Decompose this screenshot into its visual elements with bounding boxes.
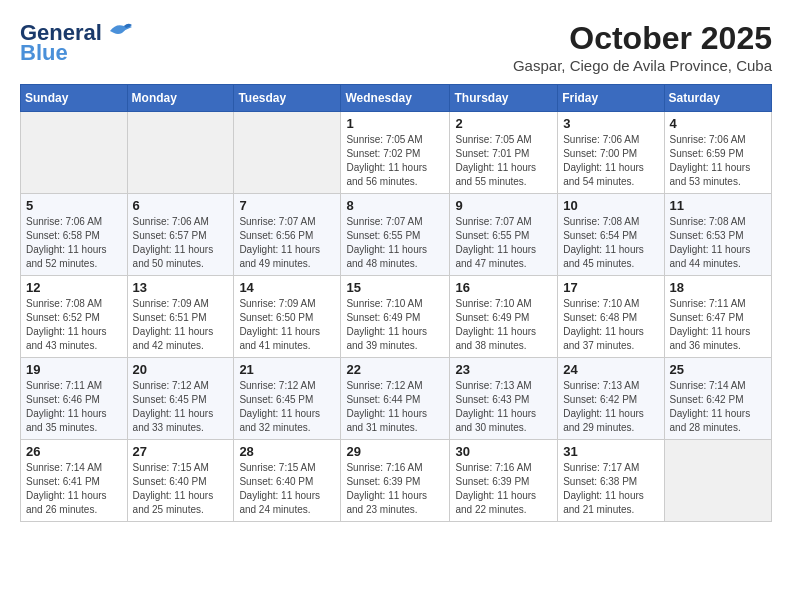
calendar-table: Sunday Monday Tuesday Wednesday Thursday… [20,84,772,522]
col-thursday: Thursday [450,85,558,112]
col-saturday: Saturday [664,85,771,112]
calendar-cell: 9Sunrise: 7:07 AMSunset: 6:55 PMDaylight… [450,194,558,276]
day-number: 17 [563,280,658,295]
calendar-cell: 31Sunrise: 7:17 AMSunset: 6:38 PMDayligh… [558,440,664,522]
day-number: 9 [455,198,552,213]
day-number: 28 [239,444,335,459]
day-number: 26 [26,444,122,459]
day-detail: Sunrise: 7:12 AMSunset: 6:45 PMDaylight:… [239,379,335,435]
day-number: 4 [670,116,766,131]
calendar-cell: 5Sunrise: 7:06 AMSunset: 6:58 PMDaylight… [21,194,128,276]
day-number: 19 [26,362,122,377]
day-number: 5 [26,198,122,213]
day-number: 22 [346,362,444,377]
day-detail: Sunrise: 7:13 AMSunset: 6:42 PMDaylight:… [563,379,658,435]
day-number: 13 [133,280,229,295]
calendar-cell: 1Sunrise: 7:05 AMSunset: 7:02 PMDaylight… [341,112,450,194]
calendar-cell: 13Sunrise: 7:09 AMSunset: 6:51 PMDayligh… [127,276,234,358]
location-title: Gaspar, Ciego de Avila Province, Cuba [513,57,772,74]
calendar-week-row: 26Sunrise: 7:14 AMSunset: 6:41 PMDayligh… [21,440,772,522]
day-detail: Sunrise: 7:15 AMSunset: 6:40 PMDaylight:… [239,461,335,517]
day-number: 14 [239,280,335,295]
calendar-cell: 4Sunrise: 7:06 AMSunset: 6:59 PMDaylight… [664,112,771,194]
day-detail: Sunrise: 7:06 AMSunset: 7:00 PMDaylight:… [563,133,658,189]
logo: General Blue [20,20,134,66]
day-number: 12 [26,280,122,295]
day-detail: Sunrise: 7:06 AMSunset: 6:58 PMDaylight:… [26,215,122,271]
day-number: 6 [133,198,229,213]
calendar-header: Sunday Monday Tuesday Wednesday Thursday… [21,85,772,112]
calendar-cell: 26Sunrise: 7:14 AMSunset: 6:41 PMDayligh… [21,440,128,522]
calendar-week-row: 19Sunrise: 7:11 AMSunset: 6:46 PMDayligh… [21,358,772,440]
calendar-cell [21,112,128,194]
calendar-cell: 23Sunrise: 7:13 AMSunset: 6:43 PMDayligh… [450,358,558,440]
day-detail: Sunrise: 7:06 AMSunset: 6:57 PMDaylight:… [133,215,229,271]
calendar-cell: 17Sunrise: 7:10 AMSunset: 6:48 PMDayligh… [558,276,664,358]
day-detail: Sunrise: 7:11 AMSunset: 6:46 PMDaylight:… [26,379,122,435]
day-number: 15 [346,280,444,295]
day-detail: Sunrise: 7:10 AMSunset: 6:49 PMDaylight:… [455,297,552,353]
calendar-cell: 6Sunrise: 7:06 AMSunset: 6:57 PMDaylight… [127,194,234,276]
day-detail: Sunrise: 7:16 AMSunset: 6:39 PMDaylight:… [346,461,444,517]
page-header: General Blue October 2025 Gaspar, Ciego … [20,20,772,74]
calendar-cell: 16Sunrise: 7:10 AMSunset: 6:49 PMDayligh… [450,276,558,358]
calendar-cell: 11Sunrise: 7:08 AMSunset: 6:53 PMDayligh… [664,194,771,276]
logo-blue: Blue [20,40,68,66]
day-detail: Sunrise: 7:13 AMSunset: 6:43 PMDaylight:… [455,379,552,435]
calendar-cell: 27Sunrise: 7:15 AMSunset: 6:40 PMDayligh… [127,440,234,522]
day-detail: Sunrise: 7:08 AMSunset: 6:54 PMDaylight:… [563,215,658,271]
col-monday: Monday [127,85,234,112]
day-number: 16 [455,280,552,295]
day-number: 8 [346,198,444,213]
day-number: 24 [563,362,658,377]
day-detail: Sunrise: 7:07 AMSunset: 6:55 PMDaylight:… [346,215,444,271]
day-number: 20 [133,362,229,377]
calendar-cell: 10Sunrise: 7:08 AMSunset: 6:54 PMDayligh… [558,194,664,276]
calendar-week-row: 1Sunrise: 7:05 AMSunset: 7:02 PMDaylight… [21,112,772,194]
day-number: 10 [563,198,658,213]
day-number: 30 [455,444,552,459]
calendar-cell: 22Sunrise: 7:12 AMSunset: 6:44 PMDayligh… [341,358,450,440]
day-detail: Sunrise: 7:07 AMSunset: 6:55 PMDaylight:… [455,215,552,271]
day-number: 3 [563,116,658,131]
day-detail: Sunrise: 7:10 AMSunset: 6:48 PMDaylight:… [563,297,658,353]
day-number: 29 [346,444,444,459]
calendar-week-row: 5Sunrise: 7:06 AMSunset: 6:58 PMDaylight… [21,194,772,276]
calendar-cell: 2Sunrise: 7:05 AMSunset: 7:01 PMDaylight… [450,112,558,194]
calendar-cell: 19Sunrise: 7:11 AMSunset: 6:46 PMDayligh… [21,358,128,440]
day-number: 2 [455,116,552,131]
day-detail: Sunrise: 7:11 AMSunset: 6:47 PMDaylight:… [670,297,766,353]
col-wednesday: Wednesday [341,85,450,112]
calendar-cell [127,112,234,194]
calendar-cell: 8Sunrise: 7:07 AMSunset: 6:55 PMDaylight… [341,194,450,276]
day-detail: Sunrise: 7:12 AMSunset: 6:44 PMDaylight:… [346,379,444,435]
calendar-cell: 25Sunrise: 7:14 AMSunset: 6:42 PMDayligh… [664,358,771,440]
day-detail: Sunrise: 7:05 AMSunset: 7:01 PMDaylight:… [455,133,552,189]
calendar-cell: 28Sunrise: 7:15 AMSunset: 6:40 PMDayligh… [234,440,341,522]
calendar-cell [234,112,341,194]
calendar-week-row: 12Sunrise: 7:08 AMSunset: 6:52 PMDayligh… [21,276,772,358]
calendar-cell: 30Sunrise: 7:16 AMSunset: 6:39 PMDayligh… [450,440,558,522]
day-number: 21 [239,362,335,377]
day-number: 23 [455,362,552,377]
header-row: Sunday Monday Tuesday Wednesday Thursday… [21,85,772,112]
day-number: 1 [346,116,444,131]
day-number: 27 [133,444,229,459]
calendar-cell: 15Sunrise: 7:10 AMSunset: 6:49 PMDayligh… [341,276,450,358]
day-detail: Sunrise: 7:12 AMSunset: 6:45 PMDaylight:… [133,379,229,435]
col-tuesday: Tuesday [234,85,341,112]
calendar-cell: 3Sunrise: 7:06 AMSunset: 7:00 PMDaylight… [558,112,664,194]
logo-bird-icon [106,21,134,41]
calendar-cell [664,440,771,522]
day-detail: Sunrise: 7:06 AMSunset: 6:59 PMDaylight:… [670,133,766,189]
day-detail: Sunrise: 7:14 AMSunset: 6:41 PMDaylight:… [26,461,122,517]
day-detail: Sunrise: 7:09 AMSunset: 6:50 PMDaylight:… [239,297,335,353]
day-number: 7 [239,198,335,213]
day-detail: Sunrise: 7:15 AMSunset: 6:40 PMDaylight:… [133,461,229,517]
day-detail: Sunrise: 7:09 AMSunset: 6:51 PMDaylight:… [133,297,229,353]
col-sunday: Sunday [21,85,128,112]
day-number: 11 [670,198,766,213]
day-detail: Sunrise: 7:14 AMSunset: 6:42 PMDaylight:… [670,379,766,435]
day-detail: Sunrise: 7:17 AMSunset: 6:38 PMDaylight:… [563,461,658,517]
calendar-cell: 24Sunrise: 7:13 AMSunset: 6:42 PMDayligh… [558,358,664,440]
